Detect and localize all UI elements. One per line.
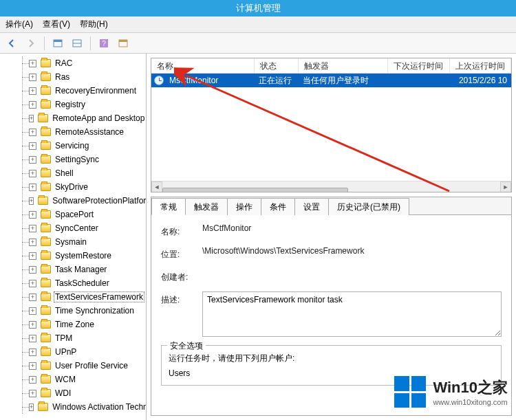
toolbar-separator [44,36,45,50]
tree-item[interactable]: +UPnP [22,345,146,359]
tree-expand-icon[interactable]: + [29,266,36,274]
tree-item[interactable]: +SkyDrive [22,180,146,194]
tree-item[interactable]: +Windows Activation Techn [22,400,146,414]
tree-item[interactable]: +Registry [22,98,146,111]
detail-pane: 名称 状态 触发器 下次运行时间 上次运行时间 MsCtfMonitor 正在运… [147,54,516,420]
task-tabs: 常规 触发器 操作 条件 设置 历史记录(已禁用) [151,197,511,215]
tree-expand-icon[interactable]: + [29,335,36,342]
tree-item[interactable]: +User Profile Service [22,359,146,373]
tree-expand-icon[interactable]: + [29,74,36,81]
tree-expand-icon[interactable]: + [29,239,36,246]
tree-item[interactable]: +RecoveryEnvironment [22,84,146,98]
security-options-group: 安全选项 运行任务时，请使用下列用户帐户: Users [161,345,502,386]
tree-expand-icon[interactable]: + [29,156,36,164]
task-list-hscroll[interactable]: ◄ ► [151,181,511,192]
tree-item[interactable]: +SyncCenter [22,221,146,235]
forward-button[interactable] [23,36,39,51]
toolbar-icon-1[interactable] [50,36,65,51]
back-button[interactable] [4,36,19,51]
col-state[interactable]: 状态 [255,58,299,73]
task-row-selected[interactable]: MsCtfMonitor 正在运行 当任何用户登录时 2015/2/26 10 [151,74,511,87]
tree-expand-icon[interactable]: + [29,87,36,95]
tree-expand-icon[interactable]: + [29,225,36,232]
toolbar-icon-2[interactable] [69,36,85,51]
tree-item[interactable]: +TaskScheduler [22,276,146,290]
tree-pane[interactable]: +RAC+Ras+RecoveryEnvironment+Registry+Re… [0,54,147,420]
tree-item[interactable]: +WCM [22,373,146,386]
tree-expand-icon[interactable]: + [29,101,36,109]
tree-expand-icon[interactable]: + [29,60,36,67]
tree-expand-icon[interactable]: + [29,115,34,122]
value-description[interactable] [202,291,502,337]
tree-item-label: Registry [54,100,87,109]
tree-expand-icon[interactable]: + [29,294,36,301]
tree-item[interactable]: +Servicing [22,139,146,153]
tree-item[interactable]: +SoftwareProtectionPlatform [22,194,146,208]
svg-text:?: ? [102,40,106,47]
main-split: +RAC+Ras+RecoveryEnvironment+Registry+Re… [0,54,516,420]
tab-general[interactable]: 常规 [151,198,186,215]
tree-item[interactable]: +RemoteAssistance [22,125,146,139]
tree-item[interactable]: +Task Manager [22,263,146,276]
tree-item[interactable]: +RemoteApp and Desktop [22,111,146,125]
tree-expand-icon[interactable]: + [29,184,36,191]
folder-icon [41,183,51,191]
tree-item[interactable]: +RAC [22,56,146,70]
tree-expand-icon[interactable]: + [29,376,36,384]
tree-expand-icon[interactable]: + [29,349,36,356]
col-name[interactable]: 名称 [151,58,255,73]
tree-expand-icon[interactable]: + [29,252,36,260]
tree-item[interactable]: +Shell [22,166,146,180]
toolbar-icon-4[interactable] [116,36,131,51]
tree-item[interactable]: +SystemRestore [22,249,146,263]
task-list: 名称 状态 触发器 下次运行时间 上次运行时间 MsCtfMonitor 正在运… [151,58,512,192]
tree-expand-icon[interactable]: + [29,129,36,136]
tree-item[interactable]: +TPM [22,331,146,345]
col-last[interactable]: 上次运行时间 [450,58,511,73]
tree-expand-icon[interactable]: + [29,307,36,315]
tab-actions[interactable]: 操作 [227,198,261,215]
tree-item-label: TextServicesFramework [54,291,144,302]
task-tabs-container: 常规 触发器 操作 条件 设置 历史记录(已禁用) 名称: MsCtfMonit… [151,197,512,416]
tree-expand-icon[interactable]: + [29,404,34,411]
tree-item[interactable]: +Time Zone [22,318,146,331]
tree-item[interactable]: +SettingSync [22,153,146,166]
folder-icon [41,224,51,232]
folder-icon [41,169,51,177]
tab-triggers[interactable]: 触发器 [185,198,228,215]
tree-expand-icon[interactable]: + [29,211,36,219]
tab-conditions[interactable]: 条件 [261,198,295,215]
col-next[interactable]: 下次运行时间 [388,58,450,73]
tree-expand-icon[interactable]: + [29,321,36,329]
tree-item[interactable]: +Sysmain [22,235,146,249]
tree-expand-icon[interactable]: + [29,390,36,397]
tab-history[interactable]: 历史记录(已禁用) [328,198,409,215]
tree-item-label: RemoteAssistance [54,127,125,137]
folder-icon [41,334,51,342]
tree-item[interactable]: +Ras [22,70,146,84]
scroll-thumb[interactable] [162,188,348,193]
tree-item-label: Sysmain [54,237,88,247]
menu-view[interactable]: 查看(V) [43,19,70,30]
menu-action[interactable]: 操作(A) [6,19,33,30]
tree-expand-icon[interactable]: + [29,362,36,370]
folder-tree: +RAC+Ras+RecoveryEnvironment+Registry+Re… [22,56,146,414]
scroll-right-arrow[interactable]: ► [500,181,511,192]
tree-expand-icon[interactable]: + [29,170,36,177]
folder-icon [41,375,51,384]
tree-item-label: WDI [54,388,72,398]
menu-help[interactable]: 帮助(H) [80,19,108,30]
tree-item[interactable]: +SpacePort [22,208,146,221]
col-trigger[interactable]: 触发器 [299,58,388,73]
tab-settings[interactable]: 设置 [294,198,329,215]
tree-expand-icon[interactable]: + [29,197,34,205]
tree-expand-icon[interactable]: + [29,280,36,287]
scroll-left-arrow[interactable]: ◄ [151,181,162,192]
tree-expand-icon[interactable]: + [29,142,36,150]
tree-item[interactable]: +TextServicesFramework [22,290,146,304]
tree-item[interactable]: +WDI [22,386,146,400]
menubar: 操作(A) 查看(V) 帮助(H) [0,16,516,33]
tree-item[interactable]: +Time Synchronization [22,304,146,318]
label-name: 名称: [161,223,195,238]
help-button[interactable]: ? [96,36,111,51]
